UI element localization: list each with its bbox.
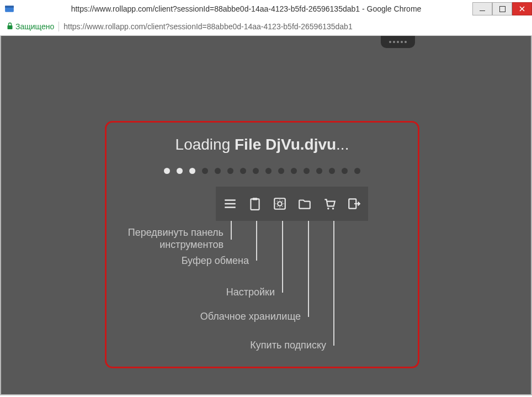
progress-dots — [107, 168, 418, 174]
cart-button[interactable] — [322, 195, 337, 212]
divider — [58, 22, 59, 31]
progress-dot — [177, 168, 183, 174]
svg-rect-1 — [5, 6, 14, 7]
url-text[interactable]: https://www.rollapp.com/client?sessionId… — [63, 22, 352, 31]
loading-filename: File DjVu.djvu — [235, 136, 336, 153]
menu-icon — [223, 197, 237, 211]
annotation-line — [256, 221, 257, 261]
annotation-move-panel: Передвинуть панель инструментов — [128, 227, 224, 251]
progress-dot — [304, 168, 310, 174]
progress-dot — [253, 168, 259, 174]
loading-text: Loading File DjVu.djvu... — [107, 136, 418, 153]
minimize-button[interactable] — [472, 2, 492, 15]
progress-dot — [316, 168, 322, 174]
annotation-clipboard: Буфер обмена — [182, 255, 249, 267]
svg-point-7 — [327, 208, 329, 209]
top-handle[interactable] — [381, 36, 415, 48]
svg-point-6 — [278, 202, 282, 206]
folder-icon — [297, 197, 312, 211]
close-button[interactable] — [512, 2, 532, 15]
annotation-cloud-storage: Облачное хранилище — [200, 311, 301, 323]
progress-dot — [215, 168, 221, 174]
svg-point-8 — [332, 208, 333, 209]
progress-dot — [329, 168, 335, 174]
progress-dot — [265, 168, 272, 174]
annotation-line — [333, 221, 334, 346]
progress-dot — [189, 168, 195, 174]
address-bar: Защищено https://www.rollapp.com/client?… — [0, 18, 532, 35]
annotation-buy-subscription: Купить подписку — [250, 340, 326, 352]
secure-label-text: Защищено — [15, 22, 54, 31]
progress-dot — [202, 168, 208, 174]
exit-button[interactable] — [347, 195, 361, 212]
drag-dots-icon — [389, 41, 407, 43]
clipboard-icon — [248, 197, 262, 211]
annotation-settings: Настройки — [226, 287, 275, 299]
app-viewport: Loading File DjVu.djvu... — [0, 36, 532, 395]
progress-dot — [291, 168, 297, 174]
folder-button[interactable] — [297, 195, 312, 212]
progress-dot — [227, 168, 233, 174]
svg-rect-2 — [8, 25, 13, 29]
svg-rect-3 — [251, 199, 259, 210]
progress-dot — [164, 168, 170, 174]
progress-dot — [240, 168, 246, 174]
gear-icon — [273, 197, 287, 211]
loading-suffix: ... — [336, 136, 349, 153]
toolbar[interactable] — [216, 187, 368, 221]
secure-indicator: Защищено — [7, 22, 54, 31]
titlebar: https://www.rollapp.com/client?sessionId… — [0, 0, 532, 18]
cart-icon — [322, 197, 337, 211]
window-controls — [472, 2, 532, 15]
clipboard-button[interactable] — [247, 195, 262, 212]
highlight-panel: Loading File DjVu.djvu... — [105, 121, 419, 368]
progress-dot — [354, 168, 360, 174]
annotation-line — [231, 221, 232, 240]
browser-chrome: https://www.rollapp.com/client?sessionId… — [0, 0, 532, 36]
menu-button[interactable] — [222, 195, 237, 212]
annotation-line — [282, 221, 283, 293]
svg-rect-4 — [252, 198, 257, 200]
lock-icon — [7, 22, 13, 31]
annotation-line — [308, 221, 309, 317]
loading-prefix: Loading — [175, 136, 235, 153]
settings-button[interactable] — [272, 195, 287, 212]
window-title: https://www.rollapp.com/client?sessionId… — [20, 4, 472, 13]
maximize-button[interactable] — [492, 2, 512, 15]
app-icon — [4, 4, 14, 14]
exit-icon — [347, 197, 361, 211]
progress-dot — [278, 168, 284, 174]
progress-dot — [342, 168, 348, 174]
